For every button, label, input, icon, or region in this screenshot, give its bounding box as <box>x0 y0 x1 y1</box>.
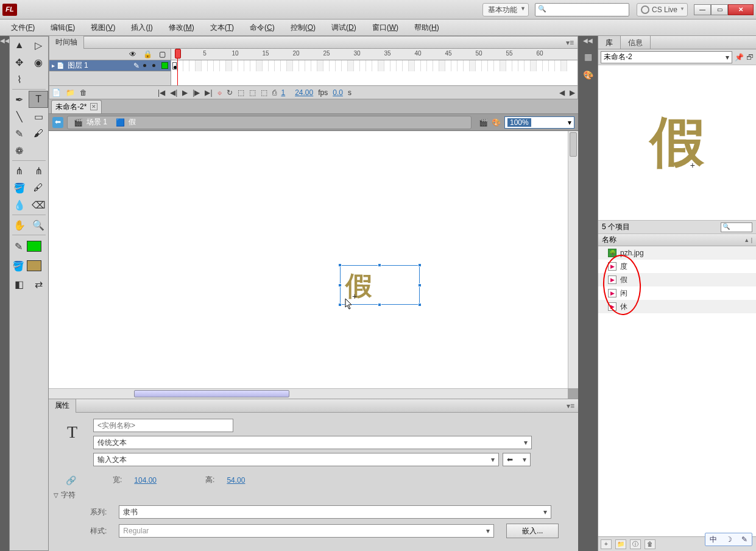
selection-tool[interactable]: ▲ <box>10 37 29 54</box>
loop-button[interactable]: ↻ <box>227 88 233 97</box>
resize-handle[interactable] <box>338 283 342 287</box>
stage[interactable]: 假 + <box>49 131 568 388</box>
new-library-button[interactable]: 🗗 <box>746 53 754 62</box>
expand-right-icon[interactable]: ◀◀ <box>583 37 593 44</box>
expand-left-icon[interactable]: ◀◀ <box>0 37 10 44</box>
new-folder-button[interactable]: 📁 <box>615 539 626 549</box>
hand-tool[interactable]: ✋ <box>10 216 29 233</box>
library-tab[interactable]: 库 <box>598 36 621 49</box>
center-frame-button[interactable]: ⟐ <box>217 88 222 97</box>
pen-tool[interactable]: ✒ <box>10 91 29 108</box>
menu-i[interactable]: 插入(I) <box>124 21 160 35</box>
library-search-input[interactable] <box>721 222 752 232</box>
document-tab[interactable]: 未命名-2* ✕ <box>51 100 102 113</box>
resize-handle[interactable] <box>378 303 381 307</box>
playhead[interactable] <box>177 49 178 85</box>
properties-tab[interactable]: 属性 <box>49 399 76 413</box>
brush-tool[interactable]: 🖌 <box>29 125 49 142</box>
new-symbol-button[interactable]: + <box>601 539 612 549</box>
resize-handle[interactable] <box>338 263 342 267</box>
zoom-tool[interactable]: 🔍 <box>29 216 49 233</box>
ink-bottle-tool[interactable]: 🖋 <box>29 179 49 196</box>
library-column-header[interactable]: 名称▲ | <box>598 234 756 246</box>
panel-menu-icon[interactable]: ▾≡ <box>562 38 578 47</box>
ime-indicator[interactable]: 中☽✎ <box>705 533 752 546</box>
info-tab[interactable]: 信息 <box>621 36 651 49</box>
menu-v[interactable]: 视图(V) <box>83 21 122 35</box>
panel-menu-icon[interactable]: ▾≡ <box>563 402 578 410</box>
close-button[interactable]: ✕ <box>728 4 754 15</box>
play-button[interactable]: ▶ <box>182 88 188 97</box>
instance-name-input[interactable] <box>93 419 233 432</box>
onion-skin-button[interactable]: ⬚ <box>238 88 244 97</box>
black-white-button[interactable]: ◧ <box>10 276 29 293</box>
dock-mid-strip[interactable]: ◀◀ ▦ 🎨 <box>578 36 598 551</box>
pin-library-button[interactable]: 📌 <box>735 53 744 62</box>
delete-layer-button[interactable]: 🗑 <box>80 88 87 97</box>
library-doc-select[interactable]: 未命名-2 <box>601 51 732 63</box>
stroke-swatch[interactable] <box>27 241 41 252</box>
link-icon[interactable]: 🔗 <box>66 475 76 485</box>
library-item[interactable]: 🌳pzh.jpg <box>598 246 756 260</box>
edit-scene-button[interactable]: 🎬 <box>479 118 488 127</box>
menu-f[interactable]: 文件(F) <box>4 21 42 35</box>
selection-box[interactable] <box>340 265 420 305</box>
free-transform-tool[interactable]: ✥ <box>10 54 29 71</box>
new-folder-button[interactable]: 📁 <box>66 88 75 97</box>
zoom-select[interactable]: 100%▾ <box>504 116 574 129</box>
swap-colors-button[interactable]: ⇄ <box>29 276 49 293</box>
character-section[interactable]: 字符 <box>49 488 578 503</box>
resize-handle[interactable] <box>378 263 381 267</box>
eyedropper-tool[interactable]: 💧 <box>10 196 29 213</box>
cslive-button[interactable]: CS Live <box>637 3 688 16</box>
resize-handle[interactable] <box>338 303 342 307</box>
menu-w[interactable]: 窗口(W) <box>365 21 406 35</box>
menu-c[interactable]: 命令(C) <box>242 21 282 35</box>
horizontal-scrollbar[interactable] <box>49 388 568 399</box>
lock-column-icon[interactable]: 🔒 <box>143 50 152 59</box>
deco-tool[interactable]: ❁ <box>10 142 29 159</box>
resize-handle[interactable] <box>418 283 422 287</box>
lasso-tool[interactable]: ⌇ <box>10 71 29 88</box>
font-style-select[interactable]: Regular <box>119 524 494 538</box>
eraser-tool[interactable]: ⌫ <box>29 196 49 213</box>
pencil-tool[interactable]: ✎ <box>10 125 29 142</box>
line-tool[interactable]: ╲ <box>10 108 29 125</box>
align-panel-icon[interactable]: ▦ <box>582 52 594 63</box>
color-panel-icon[interactable]: 🎨 <box>582 70 594 81</box>
breadcrumb[interactable]: 🎬 场景 1 🟦 假 <box>67 116 472 129</box>
goto-first-button[interactable]: |◀ <box>158 88 165 97</box>
new-layer-button[interactable]: 📄 <box>52 88 61 97</box>
search-input[interactable] <box>535 3 629 16</box>
properties-button[interactable]: ⓘ <box>630 539 641 549</box>
time-value[interactable]: 0.0 <box>333 88 343 97</box>
goto-last-button[interactable]: ▶| <box>205 88 212 97</box>
menu-m[interactable]: 修改(M) <box>161 21 202 35</box>
fill-swatch[interactable] <box>27 260 41 271</box>
width-value[interactable]: 104.00 <box>134 476 157 485</box>
menu-t[interactable]: 文本(T) <box>203 21 241 35</box>
font-family-select[interactable]: 隶书 <box>119 505 551 519</box>
edit-symbol-button[interactable]: 🎨 <box>492 118 501 127</box>
text-type-select[interactable]: 输入文本 <box>93 453 499 466</box>
height-value[interactable]: 54.00 <box>227 476 245 485</box>
bind-tool[interactable]: ⋔ <box>29 162 49 179</box>
onion-outline-button[interactable]: ⬚ <box>249 88 256 97</box>
fps-value[interactable]: 24.00 <box>295 88 313 97</box>
text-engine-select[interactable]: 传统文本 <box>93 436 532 449</box>
restore-button[interactable]: ▭ <box>711 4 728 15</box>
library-item[interactable]: ▶闲 <box>598 286 756 300</box>
resize-handle[interactable] <box>418 263 422 267</box>
minimize-button[interactable]: — <box>694 4 711 15</box>
vertical-scrollbar[interactable] <box>568 131 578 388</box>
paint-bucket-tool[interactable]: 🪣 <box>10 179 29 196</box>
step-back-button[interactable]: ◀| <box>170 88 177 97</box>
workspace-switcher[interactable]: 基本功能 <box>482 3 529 16</box>
back-button[interactable]: ⬅ <box>52 117 63 128</box>
dock-left-strip[interactable]: ◀◀ <box>0 36 9 551</box>
library-item[interactable]: ▶度 <box>598 260 756 273</box>
close-tab-icon[interactable]: ✕ <box>90 103 97 110</box>
rectangle-tool[interactable]: ▭ <box>29 108 49 125</box>
3d-rotation-tool[interactable]: ◉ <box>29 54 49 71</box>
library-item[interactable]: ▶休 <box>598 300 756 313</box>
